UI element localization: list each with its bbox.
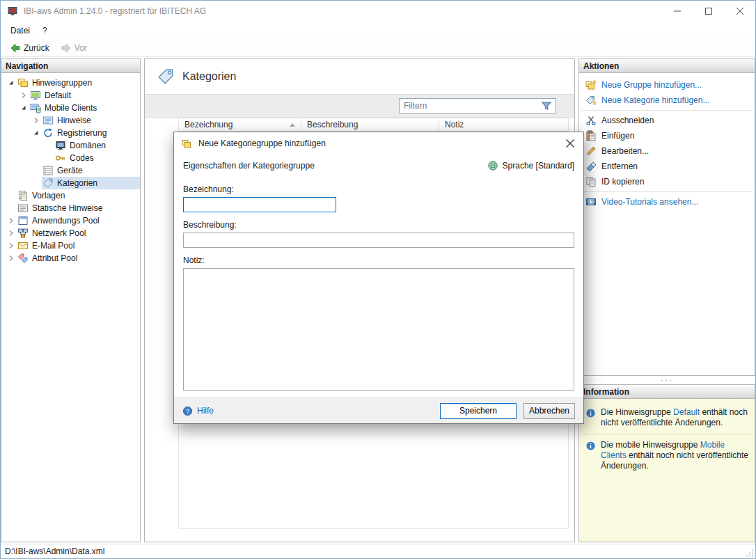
- dialog-title-bar[interactable]: Neue Kategoriegruppe hinzufügen: [174, 132, 583, 155]
- tree-item-hinweise[interactable]: Hinweise: [1, 114, 140, 127]
- action-label: Neue Kategorie hinzufügen...: [601, 95, 709, 105]
- app-icon: [7, 6, 18, 17]
- status-bar: D:\IBI-aws\Admin\Data.xml: [1, 544, 755, 558]
- cut-icon: [585, 115, 597, 126]
- menu-bar: Datei ?: [1, 22, 755, 39]
- menu-help[interactable]: ?: [36, 23, 54, 38]
- help-link[interactable]: ? Hilfe: [182, 406, 214, 416]
- action-label: Einfügen: [601, 131, 634, 141]
- close-icon: [566, 139, 574, 148]
- column-label: Beschreibung: [307, 120, 358, 129]
- back-button[interactable]: Zurück: [5, 41, 54, 55]
- sort-asc-icon: [290, 123, 295, 127]
- tree-item-geraete[interactable]: Geräte: [1, 164, 140, 177]
- chevron-expanded-icon[interactable]: [18, 102, 29, 113]
- info-icon: [585, 408, 596, 418]
- chevron-collapsed-icon[interactable]: [6, 228, 17, 239]
- new-category-group-dialog: Neue Kategoriegruppe hinzufügen Eigensch…: [173, 132, 584, 424]
- action-label: Ausschneiden: [601, 116, 654, 125]
- edit-icon: [585, 145, 597, 157]
- filter-input[interactable]: [400, 100, 540, 112]
- cancel-button[interactable]: Abbrechen: [523, 403, 575, 419]
- info-link-default[interactable]: Default: [673, 407, 700, 417]
- tree-item-label: Attribut Pool: [32, 253, 77, 263]
- tree-item-registrierung[interactable]: Registrierung: [1, 127, 140, 139]
- save-button[interactable]: Speichern: [440, 403, 517, 419]
- notiz-textarea[interactable]: [183, 268, 574, 391]
- tree-item-default[interactable]: Default: [1, 89, 140, 102]
- minimize-button[interactable]: [661, 1, 693, 22]
- panel-splitter[interactable]: ···: [578, 376, 755, 384]
- maximize-button[interactable]: [693, 1, 724, 22]
- action-cut[interactable]: Ausschneiden: [579, 113, 755, 128]
- dialog-title: Neue Kategoriegruppe hinzufügen: [198, 139, 326, 148]
- tree-item-label: Anwendungs Pool: [32, 216, 100, 226]
- dialog-section-title: Eigenschaften der Kategoriegruppe: [183, 161, 315, 171]
- title-bar: IBI-aws Admin 1.24.0 - registriert für I…: [1, 1, 755, 22]
- chevron-collapsed-icon[interactable]: [31, 115, 42, 126]
- action-remove[interactable]: Entfernen: [579, 159, 755, 174]
- filter-icon[interactable]: [540, 100, 553, 112]
- tree-item-label: Default: [45, 90, 71, 100]
- tree-item-email-pool[interactable]: E-Mail Pool: [1, 239, 140, 252]
- information-header: Information: [579, 385, 755, 399]
- tree-item-anwendungs-pool[interactable]: Anwendungs Pool: [1, 214, 140, 227]
- tree-item-domaenen[interactable]: Domänen: [1, 139, 140, 152]
- chevron-collapsed-icon[interactable]: [6, 215, 17, 226]
- column-header-notiz[interactable]: Notiz: [439, 118, 568, 131]
- tree-item-mobile-clients[interactable]: Mobile Clients: [1, 102, 140, 114]
- separator: [581, 110, 753, 111]
- action-label: Neue Gruppe hinzufügen...: [601, 80, 702, 90]
- actions-header: Aktionen: [579, 59, 755, 73]
- tree-item-label: Kategorien: [57, 178, 97, 188]
- tree-item-label: Registrierung: [57, 128, 107, 138]
- language-button[interactable]: Sprache [Standard]: [487, 160, 574, 171]
- column-label: Notiz: [445, 120, 464, 129]
- page-title: Kategorien: [182, 70, 236, 83]
- resize-grip-icon[interactable]: [746, 549, 754, 557]
- forward-button[interactable]: Vor: [56, 41, 92, 55]
- email-pool-icon: [17, 240, 29, 251]
- registration-icon: [42, 127, 54, 139]
- dialog-close-button[interactable]: [560, 133, 581, 154]
- help-icon: ?: [182, 406, 193, 416]
- beschreibung-input[interactable]: [183, 233, 574, 248]
- back-arrow-icon: [10, 42, 21, 54]
- action-paste[interactable]: Einfügen: [579, 128, 755, 143]
- action-new-category[interactable]: Neue Kategorie hinzufügen...: [579, 93, 755, 108]
- chevron-expanded-icon[interactable]: [6, 77, 17, 88]
- column-header-beschreibung[interactable]: Beschreibung: [301, 118, 439, 131]
- copy-icon: [585, 176, 597, 187]
- actions-panel: Aktionen Neue Gruppe hinzufügen... Neue …: [578, 58, 755, 376]
- action-video-tutorials[interactable]: Video-Tutorials ansehen...: [579, 194, 755, 210]
- tree-item-kategorien[interactable]: Kategorien: [1, 177, 140, 189]
- information-panel: Information Die Hinweisgruppe Default en…: [578, 384, 755, 542]
- action-copy-id[interactable]: ID kopieren: [579, 174, 755, 189]
- mobile-clients-icon: [30, 102, 41, 113]
- chevron-collapsed-icon[interactable]: [6, 240, 17, 251]
- chevron-collapsed-icon[interactable]: [6, 253, 17, 264]
- tree-item-attribut-pool[interactable]: Attribut Pool: [1, 252, 140, 265]
- tree-item-vorlagen[interactable]: Vorlagen: [1, 189, 140, 202]
- menu-datei[interactable]: Datei: [4, 23, 36, 38]
- forward-label: Vor: [74, 43, 87, 53]
- action-edit[interactable]: Bearbeiten...: [579, 143, 755, 159]
- column-header-bezeichnung[interactable]: Bezeichnung: [179, 118, 301, 131]
- domains-icon: [55, 140, 66, 151]
- svg-text:?: ?: [186, 407, 189, 414]
- chevron-collapsed-icon[interactable]: [18, 90, 29, 101]
- new-group-icon: [585, 79, 597, 90]
- tree-item-statische-hinweise[interactable]: Statische Hinweise: [1, 202, 140, 214]
- action-new-group[interactable]: Neue Gruppe hinzufügen...: [579, 77, 755, 93]
- tree-item-codes[interactable]: Codes: [1, 152, 140, 164]
- navigation-tree: Hinweisgruppen Default Mobile Clients: [1, 73, 140, 265]
- info-text: Die mobile Hinweisgruppe: [601, 440, 700, 450]
- close-icon: [737, 8, 743, 15]
- tree-item-label: Vorlagen: [32, 191, 65, 200]
- tree-item-hinweisgruppen[interactable]: Hinweisgruppen: [1, 77, 140, 89]
- information-list: Die Hinweisgruppe Default enthält noch n…: [579, 399, 755, 542]
- tree-item-netzwerk-pool[interactable]: Netzwerk Pool: [1, 227, 140, 239]
- bezeichnung-input[interactable]: [183, 197, 336, 212]
- chevron-expanded-icon[interactable]: [31, 127, 42, 139]
- close-button[interactable]: [724, 1, 755, 22]
